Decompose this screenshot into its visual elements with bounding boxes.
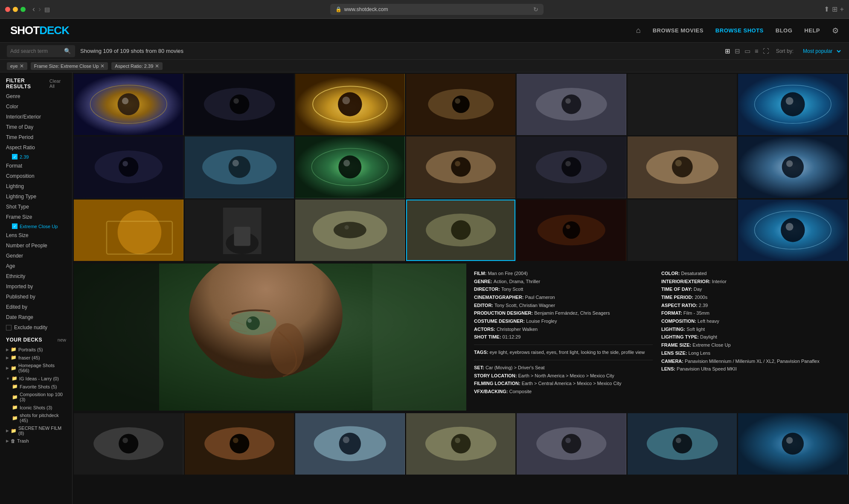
grid-item-1[interactable]	[74, 74, 183, 135]
grid-item-21[interactable]	[738, 200, 848, 261]
sidebar-item-shot-type[interactable]: Shot Type	[0, 202, 72, 212]
maximize-button[interactable]	[20, 7, 26, 12]
deck-item-fraser[interactable]: ▶ 📁 fraser (45)	[6, 353, 66, 362]
sidebar-item-number-of-people[interactable]: Number of People	[0, 240, 72, 251]
sidebar-item-gender[interactable]: Gender	[0, 251, 72, 261]
sidebar-item-age[interactable]: Age	[0, 261, 72, 271]
filter-tag-aspect-ratio[interactable]: Aspect Ratio: 2.39 ✕	[111, 62, 163, 70]
filter-tag-eye[interactable]: eye ✕	[7, 62, 27, 70]
grid-item-10[interactable]	[295, 136, 405, 198]
grid-view-btn-2[interactable]: ⊟	[733, 46, 742, 56]
grid-item-12[interactable]	[517, 136, 626, 198]
grid-view-btn-1[interactable]: ⊞	[723, 46, 732, 56]
grid-item-25[interactable]	[406, 413, 516, 475]
grid-item-9[interactable]	[185, 136, 294, 198]
settings-icon[interactable]: ⚙	[832, 26, 839, 35]
grid-item-6[interactable]	[628, 74, 737, 135]
search-input[interactable]	[10, 48, 61, 54]
sidebar-item-interior-exterior[interactable]: Interior/Exterior	[0, 112, 72, 122]
sidebar-item-time-of-day[interactable]: Time of Day	[0, 122, 72, 132]
grid-item-19[interactable]	[517, 200, 626, 261]
new-tab-button[interactable]: ⊞	[832, 5, 837, 13]
grid-item-4[interactable]	[406, 74, 516, 135]
grid-item-28[interactable]	[738, 413, 848, 475]
sidebar-item-lighting[interactable]: Lighting	[0, 181, 72, 191]
exclude-nudity-item[interactable]: Exclude nudity	[0, 322, 72, 333]
sidebar-subitem-frame-size[interactable]: ✓ Extreme Close Up	[0, 222, 72, 230]
deck-item-portraits[interactable]: ▶ 📁 Portraits (5)	[6, 345, 66, 353]
close-button[interactable]	[5, 7, 10, 12]
deck-item-ig-ideas[interactable]: ▼ 📁 IG Ideas - Larry (0)	[6, 374, 66, 382]
grid-item-11[interactable]	[406, 136, 516, 198]
sidebar-subitem-aspect-ratio[interactable]: ✓ 2.39	[0, 153, 72, 161]
nav-home[interactable]: ⌂	[636, 26, 641, 35]
decks-new-button[interactable]: new	[58, 337, 66, 342]
grid-item-15[interactable]	[74, 200, 183, 261]
filter-tag-frame-size[interactable]: Frame Size: Extreme Close Up ✕	[31, 62, 108, 70]
grid-item-14[interactable]	[738, 136, 848, 198]
checkbox-frame-size[interactable]: ✓	[12, 223, 17, 229]
sidebar-item-aspect-ratio[interactable]: Aspect Ratio	[0, 142, 72, 153]
deck-item-composition-top-100[interactable]: 📁 Composition top 100 (3)	[6, 391, 66, 403]
share-button[interactable]: ⬆	[824, 5, 829, 13]
forward-button[interactable]: ›	[38, 5, 41, 14]
grid-item-18-selected[interactable]	[406, 200, 516, 261]
grid-item-24[interactable]	[295, 413, 405, 475]
nav-blog[interactable]: BLOG	[776, 27, 793, 34]
exclude-nudity-checkbox[interactable]	[6, 325, 12, 330]
grid-item-22[interactable]	[74, 413, 183, 475]
search-input-wrap[interactable]: 🔍	[7, 45, 75, 57]
sidebar-item-time-period[interactable]: Time Period	[0, 132, 72, 142]
tag-remove-eye[interactable]: ✕	[20, 63, 24, 69]
grid-item-13[interactable]	[628, 136, 737, 198]
nav-browse-shots[interactable]: BROWSE SHOTS	[715, 27, 764, 34]
sidebar-item-ethnicity[interactable]: Ethnicity	[0, 271, 72, 281]
grid-item-5[interactable]	[517, 74, 626, 135]
sidebar-item-genre[interactable]: Genre	[0, 91, 72, 101]
deck-item-secret-new-film[interactable]: ▶ 📁 SECRET NEW FILM (8)	[6, 424, 66, 437]
grid-item-27[interactable]	[628, 413, 737, 475]
sidebar-item-imported-by[interactable]: Imported by	[0, 281, 72, 292]
sidebar-item-format[interactable]: Format	[0, 161, 72, 171]
sidebar-item-date-range[interactable]: Date Range	[0, 312, 72, 322]
tag-remove-frame-size[interactable]: ✕	[100, 63, 105, 69]
sidebar-item-frame-size[interactable]: Frame Size	[0, 212, 72, 222]
deck-item-homepage-shots[interactable]: ▶ 📁 Homepage Shots (566)	[6, 362, 66, 374]
url-bar[interactable]: 🔒 www.shotdeck.com ↻	[330, 4, 544, 15]
sidebar-item-color[interactable]: Color	[0, 101, 72, 112]
deck-item-shots-for-pitchdeck[interactable]: 📁 shots for pitchdeck (45)	[6, 411, 66, 424]
expanded-image[interactable]	[74, 264, 466, 411]
grid-item-23[interactable]	[185, 413, 294, 475]
sidebar-toggle-button[interactable]: ▤	[44, 6, 50, 13]
sidebar-item-lens-size[interactable]: Lens Size	[0, 230, 72, 240]
grid-item-8[interactable]	[74, 136, 183, 198]
back-button[interactable]: ‹	[32, 5, 35, 14]
sidebar-item-published-by[interactable]: Published by	[0, 292, 72, 302]
sort-select[interactable]: Most popular Most recent Oldest first	[799, 47, 842, 55]
nav-browse-movies[interactable]: BROWSE MOVIES	[653, 27, 704, 34]
deck-item-favorite-shots[interactable]: 📁 Favorite Shots (5)	[6, 382, 66, 391]
grid-item-17[interactable]	[295, 200, 405, 261]
sidebar-item-lighting-type[interactable]: Lighting Type	[0, 191, 72, 202]
grid-item-26[interactable]	[517, 413, 626, 475]
grid-item-2[interactable]	[185, 74, 294, 135]
grid-item-7[interactable]	[738, 74, 848, 135]
sidebar-item-composition[interactable]: Composition	[0, 171, 72, 181]
list-view-btn[interactable]: ≡	[753, 46, 760, 55]
deck-item-iconic-shots[interactable]: 📁 Iconic Shots (3)	[6, 403, 66, 411]
reload-button[interactable]: ↻	[533, 6, 538, 13]
grid-item-3[interactable]	[295, 74, 405, 135]
grid-view-btn-3[interactable]: ▭	[743, 46, 752, 56]
minimize-button[interactable]	[13, 7, 18, 12]
grid-item-16[interactable]	[185, 200, 294, 261]
grid-item-20[interactable]	[628, 200, 737, 261]
sidebar-item-edited-by[interactable]: Edited by	[0, 302, 72, 312]
checkbox-aspect-ratio[interactable]: ✓	[12, 154, 17, 159]
extensions-button[interactable]: +	[840, 5, 844, 13]
deck-item-trash[interactable]: ▶ 🗑 Trash	[6, 437, 66, 445]
clear-all-button[interactable]: Clear All	[49, 78, 66, 89]
logo[interactable]: SHOTDECK	[10, 24, 69, 37]
fullscreen-btn[interactable]: ⛶	[761, 46, 771, 55]
tag-remove-aspect-ratio[interactable]: ✕	[155, 63, 159, 69]
nav-help[interactable]: HELP	[804, 27, 820, 34]
